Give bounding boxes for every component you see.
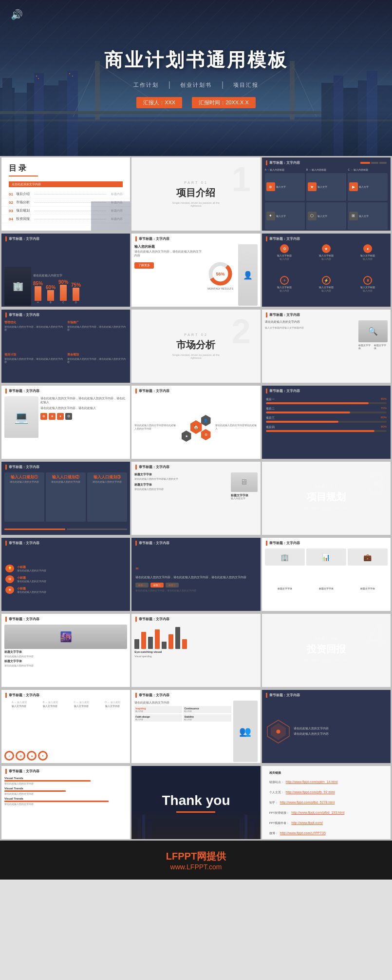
links-title: 相关链接 [269, 771, 383, 775]
slide-orange-bars: 章节标题：文字内容 Visual Trends 请在此处输入您的文字内容 Vis… [1, 766, 130, 839]
slides-grid-row5: 章节标题：文字内容 输入人口规划① 请在此处输入您的文字内容 输入人口规划② 请… [0, 460, 392, 536]
thankyou-underline [176, 811, 215, 813]
svg-rect-38 [244, 815, 247, 839]
slides-grid-row4: 章节标题：文字内容 💻 请在此处输入您的文字内容，请在此处输入您的文字内容，请在… [0, 384, 392, 460]
date-tag: 汇报时间：20XX.X.X [192, 97, 256, 108]
prog-bar-3 [266, 421, 387, 423]
link-row-5: PPT视频作者： http://www.flppt.com/ [269, 820, 383, 826]
ci-4: ✈ [280, 276, 289, 285]
slide-header-tc: 章节标题：文字内容 [1, 310, 130, 319]
col-label-1: A → 输入内容标题 [265, 168, 304, 171]
slide-3col: 章节标题：文字内容 输入人口规划① 请在此处输入您的文字内容 输入人口规划② 请… [1, 462, 130, 535]
svg-rect-13 [95, 61, 100, 119]
slide-timeline: 章节标题：文字内容 💡 小标题 请在此处输入您的文字内容 ⚙ 小标题 请在此处输… [1, 538, 130, 611]
tag-work: 工作计划 [133, 81, 159, 89]
slides-grid-row9: 章节标题：文字内容 Visual Trends 请在此处输入您的文字内容 Vis… [0, 764, 392, 841]
part1-title: 项目介绍 [167, 186, 225, 199]
thankyou-city [131, 810, 260, 839]
slides-grid-row8: 章节标题：文字内容 A → 输入规划 输入文字内容 B → 输入规划 输入文字内… [0, 688, 392, 764]
icon-2: ★ [308, 182, 317, 191]
tag-report: 项目汇报 [233, 81, 259, 89]
hero-title: 商业计划书通用模板 [104, 48, 288, 73]
icon-3: ▶ [349, 182, 358, 191]
link-row-4: PPT友情链接： http://www.flppt.com/pfbd_193.h… [269, 809, 383, 816]
icon-4: ✦ [266, 212, 275, 220]
svg-line-12 [292, 63, 317, 117]
laptop-icon-2: ★ [49, 413, 56, 420]
slide-header-tl: 章节标题：文字内容 [1, 538, 130, 548]
part3-number-bg: 3 [367, 467, 386, 501]
prog-bar-2 [266, 412, 387, 413]
footer-slide: LFPPT网提供 www.LFPPT.com [0, 841, 392, 880]
svg-rect-24 [367, 71, 377, 156]
slide-icons-grid: 章节标题：文字内容 ⚙ 输入文字标题 输入内容 ★ 输入文字标题 输入内容 ♦ … [262, 234, 391, 307]
slide-hexagons: 章节标题：文字内容 请在此处输入您的文字内容请在此处输入您的文字内容 🏠 👤 ⚙… [131, 386, 260, 459]
laptop-icon-1: ⊕ [40, 413, 47, 420]
pentagon-chart [265, 718, 292, 745]
part4-number-bg: 4 [367, 619, 386, 653]
prog-bar-1 [266, 402, 387, 404]
slide-header-ob: 章节标题：文字内容 [1, 766, 130, 776]
hero-slide: 🔊 商业计划书通用模板 工作计划 | 创业计划书 | 项目汇报 汇报人：XXX … [0, 0, 392, 156]
toc-item-1: 01 项目介绍 标题内容 [1, 190, 130, 198]
svg-rect-39 [249, 819, 254, 839]
svg-rect-35 [142, 815, 145, 839]
slide-links: 相关链接 链接站点： http://www.flppt.com/pptm_14.… [262, 766, 391, 839]
slide-header-cc: 章节标题：文字内容 [1, 690, 130, 700]
slide-pie: 章节标题：文字内容 输入您的标题 请在此处输入您的文字内容，请在此处输入您的文字… [131, 234, 260, 307]
slide-market: 章节标题：文字内容 请在此处输入您的文字内容 输入文字标题内容输入文字标题内容 … [262, 310, 391, 383]
link-row-1: 链接站点： http://www.flppt.com/pptm_14.html [269, 779, 383, 785]
svg-rect-17 [38, 78, 39, 79]
part2-label: PART 02 [167, 333, 225, 336]
ci-6: ♜ [363, 276, 372, 285]
ci-2: ★ [322, 244, 331, 253]
slide-thumbs: 章节标题：文字内容 🏢 📊 💼 标题文字字体 标题文字字体 标题文字字体 [262, 538, 391, 611]
slide-img-text: 章节标题：文字内容 标题文字字体 请在此处输入您的文字内容输入您的文字 标题文字… [131, 462, 260, 535]
footer-url: www.LFPPT.com [170, 863, 222, 871]
slide-thankyou: Thank you [131, 766, 260, 839]
part3-label: PART 03 [297, 485, 355, 489]
svg-rect-5 [34, 73, 44, 156]
slide-laptop: 章节标题：文字内容 💻 请在此处输入您的文字内容，请在此处输入您的文字内容，请在… [1, 386, 130, 459]
slide-text-cols: 章节标题：文字内容 管理优化 请在此处输入您的文字内容，请在此处输入您的文字内容… [1, 310, 130, 383]
slides-grid-row2: 章节标题：文字内容 🏢 请在此处输入内容文字 85% A [0, 232, 392, 308]
svg-rect-26 [0, 119, 392, 121]
tl-icon-2: ⚙ [5, 575, 14, 583]
slide-header-th: 章节标题：文字内容 [262, 538, 391, 548]
toc-bar [9, 176, 38, 176]
slide-header-2: 章节标题：文字内容 [1, 234, 130, 243]
slide-header-pie: 章节标题：文字内容 [131, 234, 260, 243]
slide-header-q: 章节标题：文字内容 [131, 538, 260, 548]
slide-content-cols: 章节标题：文字内容 A → 输入规划 输入文字内容 B → 输入规划 输入文字内… [1, 690, 130, 763]
slide-mixed-charts: 章节标题：文字内容 Eye-catching visual Visual spe… [131, 614, 260, 687]
toc-bar-label: 点击此处添加文字内容 [12, 182, 41, 187]
more-btn[interactable]: 了解更多 [134, 262, 154, 269]
part3-subtitle: Single-minded, driven by passion all the… [297, 506, 355, 511]
part2-title: 市场分析 [167, 338, 225, 352]
hero-content: 商业计划书通用模板 工作计划 | 创业计划书 | 项目汇报 汇报人：XXX 汇报… [104, 48, 288, 108]
slide-header-market: 章节标题：文字内容 [262, 310, 391, 319]
slide-part2: 2 PART 02 市场分析 Single-minded, driven by … [131, 310, 260, 383]
slide-header-1: 章节标题：文字内容 [262, 157, 391, 167]
part2-subtitle: Single-minded, driven by passion all the… [167, 353, 225, 359]
link-row-2: 个人主页： http://www.flppt.com/pfb_97.html [269, 789, 383, 795]
toc-title: 目 录 [1, 157, 130, 176]
svg-rect-7 [58, 80, 67, 156]
part4-subtitle: Single-minded, driven by passion all the… [297, 658, 355, 664]
slide-intro-detail: 章节标题：文字内容 A → 输入内容标题 B → 输入内容标题 C → 输入内容… [262, 157, 391, 231]
part1-number-bg: 1 [232, 162, 251, 196]
svg-rect-37 [240, 817, 243, 839]
ci-5: ⚡ [322, 276, 331, 285]
slide-header-laptop: 章节标题：文字内容 [1, 386, 130, 395]
svg-rect-34 [137, 817, 141, 839]
icon-6: ⊞ [349, 212, 358, 220]
part2-number-bg: 2 [232, 314, 251, 349]
laptop-icon-3: ♦ [57, 413, 64, 420]
svg-text:56%: 56% [216, 272, 225, 276]
slide-part3: 3 PART 03 项目规划 Single-minded, driven by … [262, 462, 391, 535]
slide-header-mc: 章节标题：文字内容 [131, 614, 260, 624]
svg-point-32 [276, 729, 280, 733]
slides-grid-row3: 章节标题：文字内容 管理优化 请在此处输入您的文字内容，请在此处输入您的文字内容… [0, 308, 392, 384]
part1-label: PART 01 [167, 181, 225, 184]
slides-grid-row1: 目 录 点击此处添加文字内容 01 项目介绍 标题内容 02 市场分析 标题内容… [0, 156, 392, 232]
